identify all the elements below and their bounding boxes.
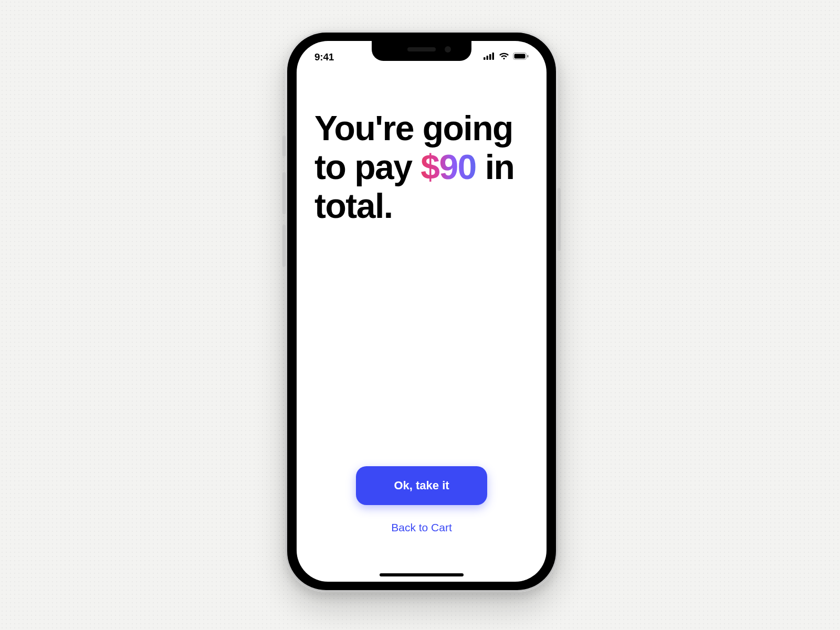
svg-rect-1	[487, 56, 489, 60]
status-time: 9:41	[314, 48, 334, 63]
front-camera	[445, 46, 451, 52]
phone-screen: 9:41	[297, 41, 547, 582]
volume-up-button	[282, 172, 286, 214]
power-button	[558, 188, 561, 251]
home-indicator[interactable]	[380, 573, 464, 576]
svg-rect-3	[492, 52, 495, 60]
checkout-actions: Ok, take it Back to Cart	[297, 466, 547, 534]
confirm-payment-button[interactable]: Ok, take it	[356, 466, 487, 505]
back-to-cart-link[interactable]: Back to Cart	[388, 521, 455, 534]
mute-switch	[282, 135, 286, 156]
svg-rect-2	[489, 54, 491, 60]
speaker-grille	[407, 47, 436, 51]
svg-rect-5	[514, 54, 526, 59]
device-notch	[372, 41, 471, 61]
phone-bezel: 9:41	[287, 33, 556, 590]
battery-icon	[513, 52, 529, 62]
cellular-signal-icon	[484, 52, 495, 62]
svg-rect-6	[527, 55, 529, 58]
volume-down-button	[282, 225, 286, 267]
headline-amount: $90	[421, 148, 476, 186]
checkout-summary: You're going to pay $90 in total.	[314, 109, 529, 226]
status-indicators	[484, 49, 529, 62]
phone-device-frame: 9:41	[285, 30, 558, 592]
svg-rect-0	[484, 57, 486, 60]
checkout-headline: You're going to pay $90 in total.	[314, 109, 529, 226]
wifi-icon	[499, 52, 509, 62]
